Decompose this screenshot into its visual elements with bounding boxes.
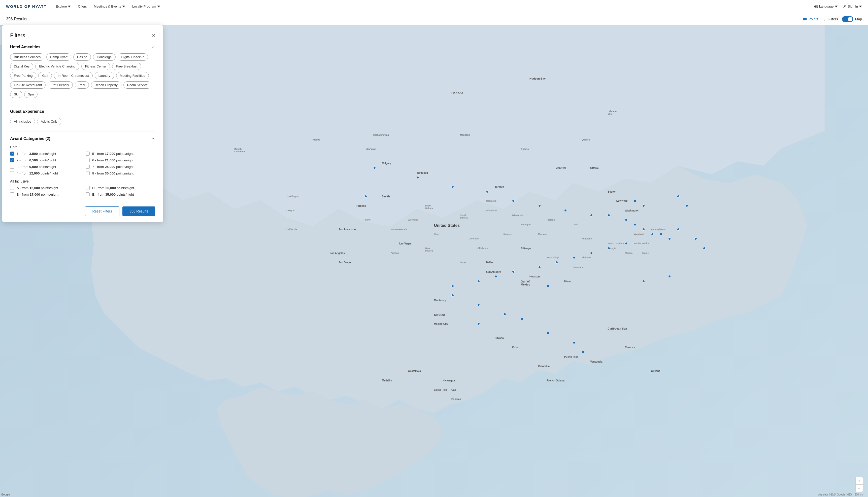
results-bar: 356 Results Points Filters Map: [0, 13, 868, 25]
filters-button[interactable]: Filters: [822, 17, 838, 22]
nav-explore[interactable]: Explore: [56, 4, 71, 8]
nav-right: Language Sign In: [814, 4, 862, 9]
toggle-knob: [848, 17, 852, 22]
nav-loyalty[interactable]: Loyalty Program: [132, 4, 160, 8]
site-logo[interactable]: WORLD OF HYATT: [6, 4, 46, 9]
navbar: WORLD OF HYATT Explore Offers Meetings &…: [0, 0, 868, 13]
signin-button[interactable]: Sign In: [843, 4, 862, 9]
language-selector[interactable]: Language: [814, 4, 838, 9]
svg-point-3: [844, 5, 845, 6]
nav-offers[interactable]: Offers: [78, 4, 87, 8]
nav-links: Explore Offers Meetings & Events Loyalty…: [56, 4, 814, 8]
map-toggle-switch[interactable]: [842, 16, 853, 22]
results-controls: Points Filters Map: [802, 16, 862, 22]
map-toggle[interactable]: Map: [842, 16, 862, 22]
results-count: 356 Results: [6, 17, 27, 22]
nav-meetings[interactable]: Meetings & Events: [94, 4, 125, 8]
points-button[interactable]: Points: [802, 17, 818, 22]
